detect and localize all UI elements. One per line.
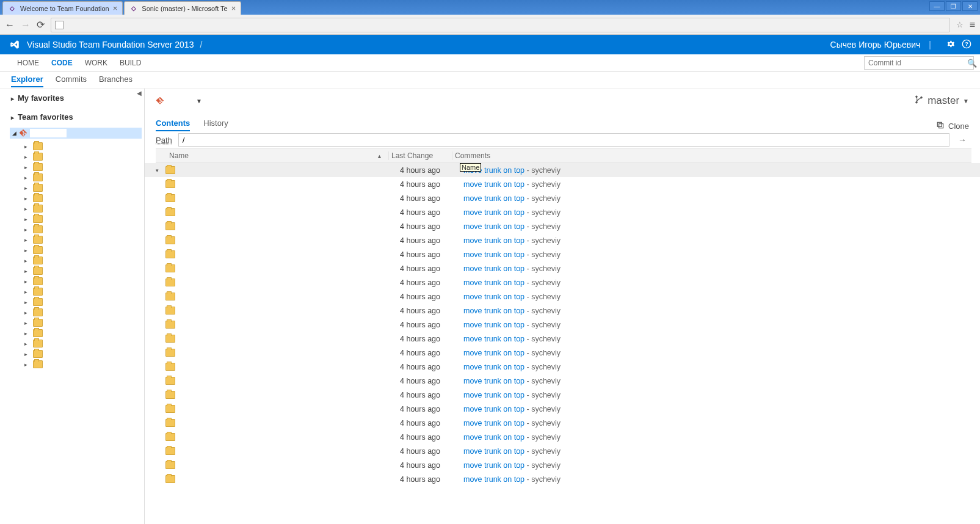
file-row[interactable]: 4 hours ago move trunk on top - sycheviy [145,472,980,486]
window-maximize[interactable]: ❐ [946,1,961,11]
commit-link[interactable]: move trunk on top [463,208,524,217]
tree-item[interactable]: ▸ [7,307,144,318]
close-icon[interactable]: × [231,4,236,13]
file-row[interactable]: 4 hours ago move trunk on top - sycheviy [145,346,980,360]
close-icon[interactable]: × [113,4,118,13]
my-favorites-header[interactable]: My favorites [0,89,144,107]
path-go-icon[interactable]: → [956,135,969,145]
file-row[interactable]: 4 hours ago move trunk on top - sycheviy [145,247,980,261]
sub-nav-explorer[interactable]: Explorer [11,72,43,87]
commit-link[interactable]: move trunk on top [463,335,524,343]
commit-search-input[interactable] [865,59,964,67]
commit-link[interactable]: move trunk on top [463,222,524,231]
tree-item[interactable]: ▸ [7,359,144,369]
user-name[interactable]: Сычев Игорь Юрьевич [830,40,921,49]
commit-link[interactable]: move trunk on top [463,307,524,315]
nav-reload-button[interactable]: ⟳ [37,19,45,31]
file-row[interactable]: 4 hours ago move trunk on top - sycheviy [145,289,980,304]
tree-item[interactable]: ▸ [7,276,144,286]
column-header-last-change[interactable]: Last Change [389,151,452,160]
window-close[interactable]: ✕ [962,1,978,11]
content-tab-history[interactable]: History [203,118,228,131]
file-row[interactable]: 4 hours ago move trunk on top - sycheviy [145,177,980,191]
gear-icon[interactable] [946,39,956,51]
file-row[interactable]: 4 hours ago move trunk on top - sycheviy [145,416,980,430]
file-row[interactable]: 4 hours ago move trunk on top - sycheviy [145,205,980,219]
commit-link[interactable]: move trunk on top [463,293,524,301]
file-row[interactable]: 4 hours ago move trunk on top - sycheviy [145,318,980,332]
commit-link[interactable]: move trunk on top [463,250,524,259]
main-nav-code[interactable]: CODE [45,54,79,71]
tree-item[interactable]: ▸ [7,172,144,183]
tree-item[interactable]: ▸ [7,141,144,151]
commit-link[interactable]: move trunk on top [463,264,524,273]
file-row[interactable]: 4 hours ago move trunk on top - sycheviy [145,219,980,233]
tree-item[interactable]: ▸ [7,224,144,235]
commit-link[interactable]: move trunk on top [463,236,524,245]
file-row[interactable]: 4 hours ago move trunk on top - sycheviy [145,430,980,444]
main-nav-work[interactable]: WORK [79,54,114,71]
tree-item[interactable]: ▸ [7,151,144,162]
tfs-product-title[interactable]: Visual Studio Team Foundation Server 201… [27,40,194,49]
tree-item[interactable]: ▸ [7,266,144,276]
favorite-star-icon[interactable]: ☆ [956,20,964,29]
sub-nav-branches[interactable]: Branches [99,72,132,87]
tree-item[interactable]: ▸ [7,183,144,193]
main-nav-home[interactable]: HOME [11,54,45,71]
browser-tab[interactable]: ◇ Sonic (master) - Microsoft Te × [124,1,241,15]
commit-link[interactable]: move trunk on top [463,447,524,456]
file-row[interactable]: 4 hours ago move trunk on top - sycheviy [145,388,980,402]
clone-button[interactable]: Clone [936,121,980,131]
commit-link[interactable]: move trunk on top [463,461,524,470]
file-row[interactable]: 4 hours ago move trunk on top - sycheviy [145,374,980,388]
commit-link[interactable]: move trunk on top [463,349,524,357]
browser-tab[interactable]: ◇ Welcome to Team Foundation × [2,1,123,15]
main-nav-build[interactable]: BUILD [114,54,147,71]
path-input[interactable] [178,133,949,147]
commit-link[interactable]: move trunk on top [463,419,524,428]
tree-item[interactable]: ▸ [7,235,144,245]
column-header-comments[interactable]: Comments [452,151,971,160]
tree-item[interactable]: ▸ [7,328,144,338]
commit-link[interactable]: move trunk on top [463,391,524,399]
collapse-panel-icon[interactable]: ◀ [137,90,142,96]
window-minimize[interactable]: — [929,1,945,11]
commit-search[interactable]: 🔍 [864,56,974,70]
file-row[interactable]: 4 hours ago move trunk on top - sycheviy [145,332,980,346]
git-repo-icon[interactable] [156,96,164,105]
tree-item[interactable]: ▸ [7,245,144,255]
file-row[interactable]: 4 hours ago move trunk on top - sycheviy [145,304,980,318]
grid-body[interactable]: Name ▾ 4 hours ago move trunk on top - s… [145,163,980,524]
commit-link[interactable]: move trunk on top [463,433,524,442]
file-row[interactable]: 4 hours ago move trunk on top - sycheviy [145,402,980,416]
browser-menu-icon[interactable]: ≡ [970,20,975,31]
sub-nav-commits[interactable]: Commits [56,72,87,87]
column-header-name[interactable]: Name ▲ [156,151,389,160]
commit-link[interactable]: move trunk on top [463,194,524,203]
nav-forward-button[interactable]: → [21,20,31,31]
file-row[interactable]: 4 hours ago move trunk on top - sycheviy [145,360,980,374]
repo-dropdown-caret-icon[interactable]: ▼ [194,98,205,104]
search-icon[interactable]: 🔍 [964,59,980,68]
commit-link[interactable]: move trunk on top [463,363,524,371]
tree-item[interactable]: ▸ [7,203,144,214]
nav-back-button[interactable]: ← [5,20,15,31]
branch-selector[interactable]: master ▼ [914,95,969,107]
file-row[interactable]: 4 hours ago move trunk on top - sycheviy [145,444,980,458]
file-row[interactable]: ▾ 4 hours ago move trunk on top - sychev… [145,163,980,177]
file-row[interactable]: 4 hours ago move trunk on top - sycheviy [145,261,980,275]
tree-item[interactable]: ▸ [7,214,144,224]
commit-link[interactable]: move trunk on top [463,278,524,287]
tree-item[interactable]: ▸ [7,318,144,328]
file-row[interactable]: 4 hours ago move trunk on top - sycheviy [145,233,980,247]
tree-item[interactable]: ▸ [7,349,144,359]
address-bar[interactable] [51,18,950,32]
visual-studio-logo-icon[interactable] [9,38,21,51]
commit-link[interactable]: move trunk on top [463,180,524,189]
commit-link[interactable]: move trunk on top [463,321,524,329]
content-tab-contents[interactable]: Contents [156,118,190,131]
commit-link[interactable]: move trunk on top [463,377,524,385]
help-icon[interactable]: ? [962,39,971,51]
tree-item[interactable]: ▸ [7,255,144,266]
tree-item[interactable]: ▸ [7,297,144,307]
